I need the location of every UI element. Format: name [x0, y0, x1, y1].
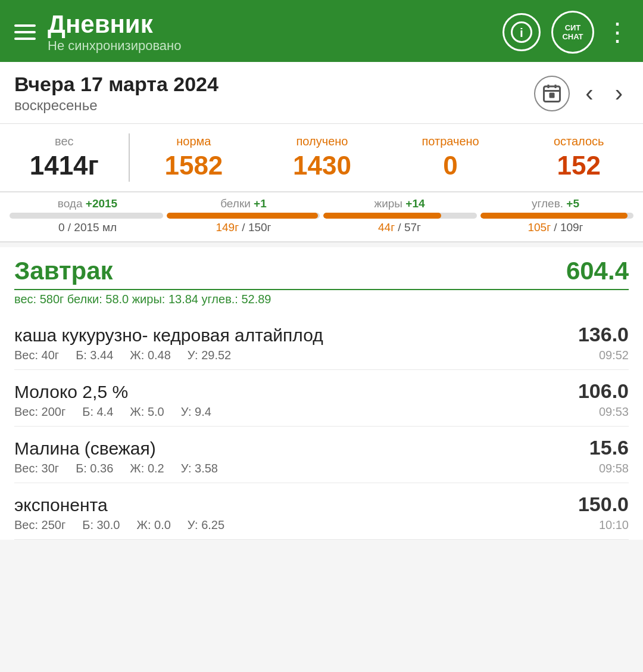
norma-stat: норма 1582: [130, 130, 258, 185]
belki-sep: /: [242, 221, 248, 234]
app-header: Дневник Не синхронизировано i СИТCHAT ⋮: [0, 0, 643, 62]
belki-progress-fill: [167, 213, 319, 219]
meal-section-0: Завтрак 604.4 вес: 580г белки: 58.0 жиры…: [0, 247, 643, 540]
norma-value: 1582: [139, 151, 249, 181]
voda-progress-bg: [10, 213, 163, 219]
food-item-0-2[interactable]: Малина (свежая) 15.6 Вес: 30г Б: 0.36 Ж:…: [14, 427, 629, 483]
food-weight-0-1: Вес: 200г: [14, 405, 65, 419]
uglev-total: 109г: [560, 221, 583, 234]
food-details-0-2: Вес: 30г Б: 0.36 Ж: 0.2 У: 3.58 09:58: [14, 462, 629, 475]
food-zhir-0-1: Ж: 5.0: [130, 405, 164, 419]
zhiry-progress-fill: [323, 213, 441, 219]
food-uglev-0-3: У: 6.25: [188, 518, 224, 532]
food-details-left-0-3: Вес: 250г Б: 30.0 Ж: 0.0 У: 6.25: [14, 518, 224, 532]
polucheno-stat: получено 1430: [258, 130, 386, 185]
weight-label: вес: [10, 135, 119, 148]
food-item-header-0-0: каша кукурузно- кедровая алтайплод 136.0: [14, 323, 629, 346]
belki-plus: +1: [254, 197, 267, 210]
date-section: Вчера 17 марта 2024 воскресенье ‹ ›: [0, 62, 643, 124]
hamburger-menu[interactable]: [14, 24, 36, 40]
food-details-0-3: Вес: 250г Б: 30.0 Ж: 0.0 У: 6.25 10:10: [14, 518, 629, 532]
header-right: i СИТCHAT ⋮: [502, 11, 629, 54]
nutrient-values-row: 0 / 2015 мл 149г / 150г 44г / 57г 105г /…: [10, 221, 633, 234]
food-zhir-0-2: Ж: 0.2: [130, 462, 164, 475]
date-display: Вчера 17 марта 2024: [14, 73, 219, 96]
zhiry-header: жиры +14: [322, 197, 477, 210]
food-details-left-0-1: Вес: 200г Б: 4.4 Ж: 5.0 У: 9.4: [14, 405, 211, 419]
norma-label: норма: [139, 135, 249, 148]
zhiry-progress-bg: [323, 213, 477, 219]
app-title: Дневник: [48, 11, 182, 38]
food-belki-0-2: Б: 0.36: [76, 462, 113, 475]
meal-header-0: Завтрак 604.4: [14, 247, 629, 290]
voda-value: 0 / 2015 мл: [10, 221, 166, 234]
food-details-left-0-0: Вес: 40г Б: 3.44 Ж: 0.48 У: 29.52: [14, 349, 231, 362]
calendar-button[interactable]: [534, 76, 570, 111]
zhiry-plus: +14: [405, 197, 424, 210]
stats-grid: вес 1414г норма 1582 получено 1430 потра…: [0, 124, 643, 192]
food-details-left-0-2: Вес: 30г Б: 0.36 Ж: 0.2 У: 3.58: [14, 462, 218, 475]
food-item-0-3[interactable]: экспонента 150.0 Вес: 250г Б: 30.0 Ж: 0.…: [14, 483, 629, 540]
uglev-label: углев.: [532, 197, 563, 210]
food-item-header-0-3: экспонента 150.0: [14, 493, 629, 516]
meal-calories-0: 604.4: [566, 257, 629, 285]
food-time-0-0: 09:52: [599, 349, 629, 362]
uglev-current: 105г: [527, 221, 551, 234]
uglev-plus: +5: [566, 197, 579, 210]
sync-status: Не синхронизировано: [48, 38, 182, 54]
uglev-progress-fill: [480, 213, 628, 219]
zhiry-value: 44г / 57г: [322, 221, 477, 234]
meal-macros-0: вес: 580г белки: 58.0 жиры: 13.84 углев.…: [14, 290, 629, 313]
food-name-0-1: Молоко 2,5 %: [14, 382, 128, 402]
ostalos-stat: осталось 152: [514, 130, 643, 185]
date-navigation: ‹ ›: [534, 76, 629, 111]
food-item-header-0-2: Малина (свежая) 15.6: [14, 436, 629, 459]
header-title-block: Дневник Не синхронизировано: [48, 11, 182, 54]
zhiry-label: жиры: [374, 197, 402, 210]
more-menu-button[interactable]: ⋮: [605, 20, 629, 45]
belki-current: 149г: [216, 221, 239, 234]
food-name-0-0: каша кукурузно- кедровая алтайплод: [14, 325, 323, 346]
food-item-header-0-1: Молоко 2,5 % 106.0: [14, 379, 629, 403]
voda-current: 0: [58, 221, 65, 234]
food-belki-0-3: Б: 30.0: [82, 518, 120, 532]
food-calories-0-1: 106.0: [578, 379, 629, 403]
voda-header: вода +2015: [10, 197, 166, 210]
date-block: Вчера 17 марта 2024 воскресенье: [14, 73, 219, 114]
uglev-value: 105г / 109г: [477, 221, 633, 234]
zhiry-current: 44г: [378, 221, 395, 234]
food-uglev-0-2: У: 3.58: [181, 462, 218, 475]
weight-stat: вес 1414г: [0, 130, 129, 185]
ostalos-value: 152: [524, 151, 633, 181]
food-weight-0-3: Вес: 250г: [14, 518, 65, 532]
weekday: воскресенье: [14, 97, 219, 114]
potracheno-stat: потрачено 0: [386, 130, 515, 185]
info-button[interactable]: i: [502, 13, 541, 51]
food-time-0-2: 09:58: [599, 462, 629, 475]
belki-header: белки +1: [166, 197, 322, 210]
polucheno-label: получено: [267, 135, 377, 148]
zhiry-sep: /: [398, 221, 404, 234]
date-full: 17 марта 2024: [80, 73, 219, 95]
meal-name-0: Завтрак: [14, 257, 113, 285]
meals-container: Завтрак 604.4 вес: 580г белки: 58.0 жиры…: [0, 247, 643, 540]
food-belki-0-1: Б: 4.4: [82, 405, 113, 419]
food-calories-0-2: 15.6: [589, 436, 629, 459]
date-prefix: Вчера: [14, 73, 80, 95]
prev-day-button[interactable]: ‹: [579, 77, 599, 109]
chat-button[interactable]: СИТCHAT: [551, 11, 594, 54]
food-calories-0-3: 150.0: [578, 493, 629, 516]
food-belki-0-0: Б: 3.44: [76, 349, 113, 362]
progress-bars: [10, 213, 633, 219]
food-time-0-3: 10:10: [599, 518, 629, 532]
food-zhir-0-3: Ж: 0.0: [136, 518, 170, 532]
next-day-button[interactable]: ›: [609, 77, 629, 109]
svg-rect-6: [550, 92, 555, 98]
polucheno-value: 1430: [267, 151, 377, 181]
uglev-header: углев. +5: [477, 197, 633, 210]
food-zhir-0-0: Ж: 0.48: [130, 349, 171, 362]
food-item-0-1[interactable]: Молоко 2,5 % 106.0 Вес: 200г Б: 4.4 Ж: 5…: [14, 370, 629, 427]
food-item-0-0[interactable]: каша кукурузно- кедровая алтайплод 136.0…: [14, 313, 629, 370]
food-uglev-0-1: У: 9.4: [181, 405, 211, 419]
voda-sep: /: [68, 221, 71, 234]
